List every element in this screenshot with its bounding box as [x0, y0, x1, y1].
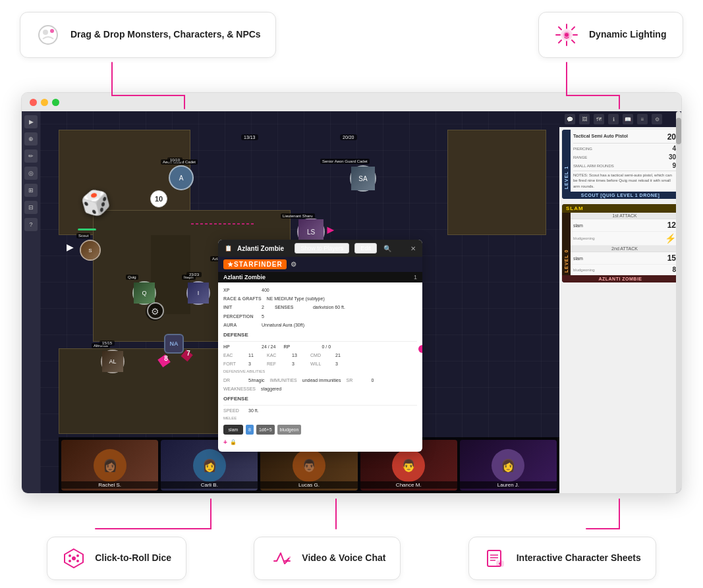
chrome-minimize[interactable]: [41, 99, 48, 106]
ref-label: REF: [267, 360, 287, 367]
pistol-val: 20: [660, 132, 676, 142]
dr-label: DR: [223, 377, 243, 384]
atk1-order: 1st ATTACK: [571, 213, 679, 219]
atk1-row: slam 12: [571, 219, 679, 232]
aura-value: Unnatural Aura (30ft): [262, 321, 304, 329]
scout-footer: SCOUT [QUIG LEVEL 1 DRONE]: [562, 192, 679, 199]
zombie-attack-card: SLAM LEVEL 0 1st ATTACK slam 12 bludgeon…: [562, 204, 679, 282]
speed-label: SPEED: [223, 407, 243, 414]
edit-btn[interactable]: Edit: [354, 243, 377, 254]
char-sheets-card: Interactive Character Sheets: [468, 537, 656, 580]
die-7-value: 7: [181, 345, 196, 361]
atk2-name: slam: [573, 256, 583, 261]
plus-icon[interactable]: +: [223, 437, 227, 448]
token-altronus-hp: 15/15: [99, 340, 115, 346]
zoom-tool[interactable]: ⊕: [24, 132, 38, 146]
drag-drop-card: Drag & Drop Monsters, Characters, & NPCs: [20, 12, 276, 58]
token-aeon-hp: 10/10: [167, 157, 183, 163]
melee-bonus-val: 8: [246, 425, 254, 435]
scout-sheet-card: LEVEL 1 Tactical Semi Auto Pistol 20 pie…: [562, 130, 679, 199]
defensive-abilities-label: DEFENSIVE ABILITIES: [223, 369, 417, 375]
chat-icon[interactable]: 💬: [565, 114, 575, 124]
atk1-type: bludgeoning: [573, 236, 595, 240]
dynamic-lighting-label: Dynamic Lighting: [589, 28, 666, 41]
draw-tool[interactable]: ✏: [24, 149, 38, 163]
svg-point-2: [50, 29, 54, 33]
scout-main-content: Tactical Semi Auto Pistol 20 piercing 4 …: [571, 130, 679, 192]
char-sheets-label: Interactive Character Sheets: [517, 552, 641, 565]
zombie-title: Azlanti Zombie: [223, 274, 266, 281]
cursor-pointer: ▶: [67, 242, 74, 252]
speed-val: 30 ft.: [248, 407, 262, 414]
map-tool[interactable]: ⊟: [24, 201, 38, 214]
drag-drop-label: Drag & Drop Monsters, Characters, & NPCs: [70, 28, 261, 41]
token-scout[interactable]: S: [80, 240, 101, 261]
photo-icon[interactable]: 🖼: [579, 114, 590, 124]
token-lieutenant-label: Lieutenant Sharu: [281, 213, 315, 219]
drag-drop-icon: [35, 22, 61, 48]
cursor-tool[interactable]: ▶: [24, 115, 38, 128]
zombie-title-bar: Azlanti Zombie 1: [218, 272, 422, 282]
scrollbar-thumb[interactable]: [676, 127, 681, 144]
piercing-label: piercing: [573, 147, 592, 151]
chrome-close[interactable]: [30, 99, 37, 106]
svg-point-15: [72, 556, 76, 560]
popup-close-btn[interactable]: ✕: [410, 245, 416, 252]
token-iseph[interactable]: I: [186, 281, 210, 305]
list-icon[interactable]: ≡: [637, 114, 648, 124]
senses-value: darkvision 60 ft.: [313, 304, 345, 311]
map-area: ▶ 20/20 13/13 S Scout A Aeon Guard Cadet…: [40, 111, 559, 493]
window-body: ▶ ⊕ ✏ ◎ ⊞ ⊟ ? ▶ 20/20 13/13 S: [22, 111, 681, 493]
show-players-btn[interactable]: Show to Players: [295, 243, 349, 254]
svg-line-11: [572, 27, 575, 30]
info-tool[interactable]: ?: [24, 218, 38, 231]
sheet-range-row: RANGE 30: [573, 153, 676, 161]
range-label: RANGE: [573, 155, 587, 159]
click-roll-label: Click-to-Roll Dice: [95, 552, 171, 565]
avatar-chance-name: Chance M.: [360, 481, 457, 489]
melee-type-val: bludgeon: [277, 425, 302, 435]
info-icon[interactable]: ℹ: [608, 114, 619, 124]
token-scout-hpbg: [78, 228, 96, 230]
scrollbar-right[interactable]: [676, 127, 681, 493]
chrome-maximize[interactable]: [52, 99, 59, 106]
token-quig[interactable]: Q: [132, 281, 156, 305]
cmd-val: 21: [335, 352, 349, 359]
atk2-order: 2nd ATTACK: [571, 246, 679, 252]
attack-sheet-content: 1st ATTACK slam 12 bludgeoning ⚡ 2nd ATT…: [571, 213, 679, 275]
will-label: WILL: [310, 360, 330, 367]
level-badge-1: LEVEL 1: [562, 130, 571, 192]
dice-icon: [62, 547, 86, 570]
token-altronus[interactable]: AL: [101, 350, 125, 373]
svg-line-12: [559, 40, 561, 43]
token-aeon-cadet[interactable]: A: [169, 165, 194, 190]
weaknesses-val: staggered: [261, 385, 281, 392]
will-val: 3: [335, 360, 349, 367]
map-icon[interactable]: 🗺: [594, 114, 604, 124]
dynamic-lighting-icon: [553, 22, 580, 48]
journal-icon[interactable]: 📖: [623, 114, 633, 124]
popup-title: Azlanti Zombie: [237, 245, 284, 252]
video-voice-card: Video & Voice Chat: [254, 537, 401, 580]
selector-arrow-lt: ◄: [325, 223, 337, 237]
xp-value: 400: [262, 286, 269, 294]
dynamic-lighting-card: Dynamic Lighting: [538, 12, 683, 58]
rp-label: RP: [283, 343, 316, 350]
senses-label: SENSES: [275, 304, 308, 311]
svg-point-0: [39, 26, 57, 44]
avatar-rachel: 👩🏾 Rachel S.: [61, 440, 158, 491]
top-feature-cards: Drag & Drop Monsters, Characters, & NPCs: [0, 0, 703, 58]
eye-tool[interactable]: ◎: [24, 167, 38, 180]
divider-2: [573, 171, 676, 171]
window-chrome: [22, 93, 681, 111]
bottom-feature-cards: Click-to-Roll Dice Video & Voice Chat In: [0, 529, 703, 588]
popup-header: 📋 Azlanti Zombie Show to Players Edit 🔍 …: [218, 240, 422, 257]
perception-value: 5: [262, 313, 264, 320]
token-senior-aeon[interactable]: SA: [350, 165, 376, 192]
avatar-rachel-name: Rachel S.: [61, 481, 158, 489]
char-sheet-icon: [484, 547, 507, 570]
screenshot-window: ▶ ⊕ ✏ ◎ ⊞ ⊟ ? ▶ 20/20 13/13 S: [21, 92, 682, 494]
kac-label: KAC: [267, 352, 287, 359]
settings-icon[interactable]: ⚙: [652, 114, 662, 124]
layer-tool[interactable]: ⊞: [24, 184, 38, 197]
